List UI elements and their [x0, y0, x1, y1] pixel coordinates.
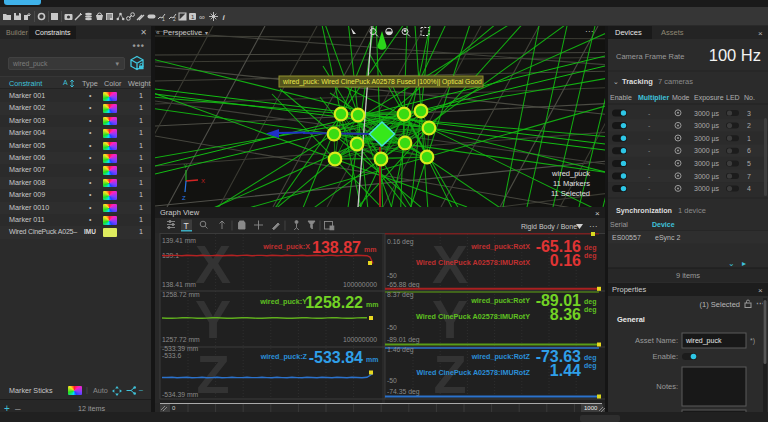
- svg-text:▸: ▸: [742, 259, 746, 268]
- svg-text:Perspective: Perspective: [163, 28, 202, 37]
- svg-text:deg: deg: [584, 362, 596, 370]
- svg-text:Notes:: Notes:: [656, 382, 678, 391]
- svg-text:11 Markers: 11 Markers: [553, 179, 590, 188]
- svg-text:mm: mm: [364, 246, 376, 253]
- svg-text:8.37 deg: 8.37 deg: [387, 291, 414, 299]
- svg-text:Z: Z: [182, 195, 186, 201]
- svg-text:Z: Z: [197, 344, 230, 404]
- svg-text:General: General: [617, 315, 645, 324]
- svg-text:∞: ∞: [199, 12, 205, 21]
- svg-text:×: ×: [595, 209, 600, 218]
- svg-text:2: 2: [173, 16, 176, 21]
- svg-text:Camera Frame Rate: Camera Frame Rate: [616, 52, 684, 61]
- svg-text:1258.22: 1258.22: [305, 294, 363, 311]
- svg-text:⋯: ⋯: [756, 299, 764, 308]
- svg-text:mm: mm: [366, 301, 378, 308]
- svg-text:-74.35 deg: -74.35 deg: [387, 388, 420, 396]
- svg-text:1 device: 1 device: [678, 206, 706, 215]
- svg-text:wired_puck:RotY: wired_puck:RotY: [470, 296, 530, 305]
- svg-text:wired_puck: wired_puck: [551, 169, 590, 178]
- svg-text:Synchronization: Synchronization: [616, 206, 672, 215]
- svg-text:No.: No.: [744, 94, 755, 101]
- svg-text:11 Selected: 11 Selected: [551, 189, 590, 198]
- svg-text:6: 6: [747, 147, 751, 154]
- svg-text:eSync 2: eSync 2: [655, 234, 680, 242]
- svg-text:×: ×: [758, 29, 763, 38]
- svg-text:mm: mm: [366, 356, 378, 363]
- svg-text:deg: deg: [584, 252, 596, 260]
- svg-text:100000000: 100000000: [343, 281, 377, 288]
- svg-text:1.44: 1.44: [550, 362, 581, 379]
- svg-text:deg: deg: [584, 306, 596, 314]
- svg-text:ES00557: ES00557: [612, 234, 641, 241]
- svg-text:-50: -50: [387, 324, 397, 331]
- svg-text:-533.84: -533.84: [309, 349, 363, 366]
- svg-text:LED: LED: [726, 94, 740, 101]
- svg-text:⋯: ⋯: [589, 222, 597, 231]
- svg-text:Device: Device: [652, 221, 675, 228]
- svg-text:100 Hz: 100 Hz: [709, 46, 761, 64]
- svg-text:*): *): [750, 337, 755, 345]
- svg-text:-533.6: -533.6: [162, 352, 181, 359]
- svg-text:Devices: Devices: [615, 28, 642, 37]
- svg-text:9 items: 9 items: [676, 271, 700, 280]
- svg-text:wired_puck:RotZ: wired_puck:RotZ: [471, 352, 531, 361]
- svg-text:1258.72 mm: 1258.72 mm: [162, 291, 200, 298]
- svg-text:0.16: 0.16: [550, 252, 581, 269]
- svg-text:Wired CinePuck A02578:IMURotX: Wired CinePuck A02578:IMURotX: [416, 258, 530, 267]
- svg-text:139.41 mm: 139.41 mm: [162, 237, 196, 244]
- svg-text:1.46 deg: 1.46 deg: [387, 346, 414, 354]
- svg-text:3000 µs: 3000 µs: [694, 185, 720, 193]
- svg-text:Tracking: Tracking: [622, 77, 653, 86]
- svg-text:3000 µs: 3000 µs: [694, 173, 720, 181]
- svg-text:-65.88 deg: -65.88 deg: [387, 281, 420, 289]
- svg-text:i: i: [222, 13, 225, 21]
- svg-text:3000 µs: 3000 µs: [694, 160, 720, 168]
- svg-text:1: 1: [162, 16, 165, 21]
- svg-text:-50: -50: [387, 272, 397, 279]
- svg-text:-50: -50: [387, 377, 397, 384]
- svg-text:Exposure: Exposure: [694, 94, 724, 102]
- svg-text:3000 µs: 3000 µs: [694, 122, 720, 130]
- svg-text:(1) Selected: (1) Selected: [700, 300, 740, 309]
- svg-text:3000 µs: 3000 µs: [694, 110, 720, 118]
- svg-text:Serial: Serial: [610, 221, 628, 228]
- svg-text:Enable:: Enable:: [653, 352, 678, 361]
- svg-text:▾: ▾: [205, 30, 208, 36]
- svg-text:Wired CinePuck A02578:IMURotZ: Wired CinePuck A02578:IMURotZ: [417, 368, 531, 377]
- svg-text:wired_puck: wired_puck: [685, 337, 722, 345]
- svg-text:⌄: ⌄: [613, 78, 619, 85]
- svg-text:X: X: [201, 178, 205, 184]
- svg-text:5: 5: [747, 160, 751, 167]
- svg-text:Multiplier: Multiplier: [638, 94, 669, 102]
- svg-text:«: «: [156, 29, 160, 36]
- svg-text:3: 3: [747, 110, 751, 117]
- svg-text:3000 µs: 3000 µs: [694, 147, 720, 155]
- svg-text:Wired CinePuck A02578:IMURotY: Wired CinePuck A02578:IMURotY: [416, 312, 530, 321]
- svg-text:1257.72 mm: 1257.72 mm: [162, 336, 200, 343]
- svg-text:138.87: 138.87: [312, 239, 361, 256]
- svg-text:Mode: Mode: [672, 94, 690, 101]
- svg-text:T: T: [184, 221, 189, 231]
- svg-text:⋯: ⋯: [585, 27, 593, 36]
- svg-text:7: 7: [747, 173, 751, 180]
- svg-text:⌄: ⌄: [728, 259, 735, 268]
- svg-text:100000000: 100000000: [343, 336, 377, 343]
- svg-text:4: 4: [747, 185, 751, 192]
- svg-text:Assets: Assets: [661, 28, 684, 37]
- svg-text:wired_puck:Z: wired_puck:Z: [260, 352, 308, 361]
- svg-text:3000 µs: 3000 µs: [694, 135, 720, 143]
- svg-text:wired_puck:Y: wired_puck:Y: [259, 297, 307, 306]
- svg-text:1000: 1000: [584, 405, 598, 411]
- svg-text:Enable: Enable: [610, 94, 632, 101]
- svg-text:7 cameras: 7 cameras: [658, 77, 693, 86]
- svg-text:wired_puck:RotX: wired_puck:RotX: [470, 242, 530, 251]
- svg-text:Rigid Body / Bone: Rigid Body / Bone: [521, 223, 577, 231]
- svg-text:X: X: [195, 234, 231, 294]
- svg-text:-89.01 deg: -89.01 deg: [387, 336, 420, 344]
- svg-text:138.41 mm: 138.41 mm: [162, 281, 196, 288]
- svg-text:wired_puck: Wired CinePuck A02: wired_puck: Wired CinePuck A02578 Fused …: [282, 78, 482, 86]
- svg-text:wired_puck:X: wired_puck:X: [262, 242, 310, 251]
- svg-text:Graph View: Graph View: [160, 208, 200, 217]
- svg-text:×: ×: [758, 286, 763, 295]
